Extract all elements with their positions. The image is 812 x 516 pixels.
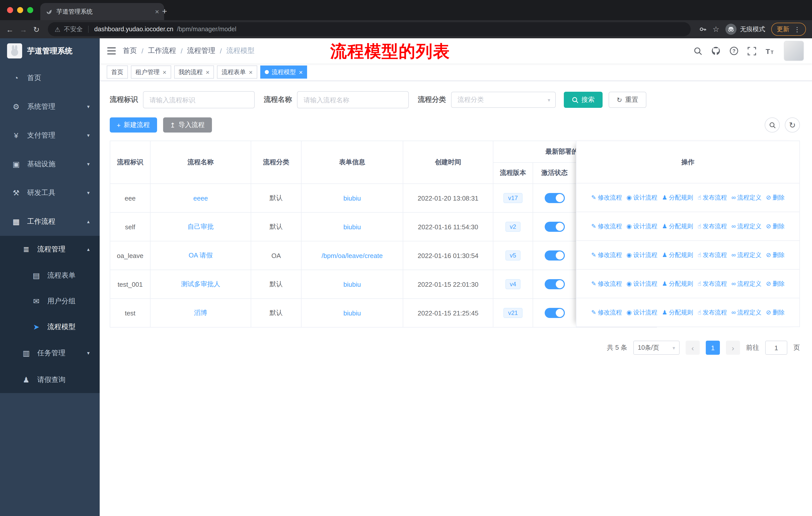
status-toggle[interactable] xyxy=(545,222,564,232)
assign-rule-link[interactable]: ♟分配规则 xyxy=(662,279,693,288)
category-select[interactable]: 流程分类 ▾ xyxy=(451,92,556,108)
delete-link[interactable]: ⊘删除 xyxy=(766,222,785,230)
tag-my-process[interactable]: 我的流程 × xyxy=(174,65,214,79)
modify-process-link[interactable]: ✎修改流程 xyxy=(591,251,622,259)
tag-process-form[interactable]: 流程表单 × xyxy=(217,65,257,79)
process-definition-link[interactable]: ∞流程定义 xyxy=(731,279,761,288)
process-definition-link[interactable]: ∞流程定义 xyxy=(731,251,761,259)
delete-link[interactable]: ⊘删除 xyxy=(766,251,785,259)
status-toggle[interactable] xyxy=(545,193,564,203)
status-toggle[interactable] xyxy=(545,308,564,318)
close-icon[interactable]: × xyxy=(249,69,253,75)
tag-tenant[interactable]: 租户管理 × xyxy=(131,65,171,79)
sidebar-item-infrastructure[interactable]: ▣ 基础设施 ▾ xyxy=(0,150,100,179)
sidebar-item-process-management[interactable]: ≣ 流程管理 ▴ xyxy=(0,236,100,263)
close-icon[interactable]: × xyxy=(299,69,303,75)
tag-home[interactable]: 首页 xyxy=(107,65,128,79)
process-name-link[interactable]: eeee xyxy=(193,194,208,202)
sidebar-item-home[interactable]: ◔ 首页 xyxy=(0,63,100,92)
publish-process-link[interactable]: ☝发布流程 xyxy=(697,279,727,288)
design-process-link[interactable]: ◉设计流程 xyxy=(627,251,658,259)
assign-rule-link[interactable]: ♟分配规则 xyxy=(662,251,693,259)
breadcrumb-item[interactable]: 工作流程 xyxy=(148,46,176,55)
form-info-link[interactable]: /bpm/oa/leave/create xyxy=(322,252,383,259)
github-icon[interactable] xyxy=(711,46,720,55)
assign-rule-link[interactable]: ♟分配规则 xyxy=(662,193,693,202)
version-badge[interactable]: v4 xyxy=(505,279,521,289)
design-process-link[interactable]: ◉设计流程 xyxy=(627,308,658,317)
process-name-input[interactable] xyxy=(297,91,409,108)
help-icon[interactable]: ? xyxy=(729,46,738,55)
process-name-link[interactable]: 滔博 xyxy=(194,309,207,317)
publish-process-link[interactable]: ☝发布流程 xyxy=(697,308,727,317)
version-badge[interactable]: v17 xyxy=(504,193,523,203)
breadcrumb-item[interactable]: 流程管理 xyxy=(187,46,215,55)
form-info-link[interactable]: biubiu xyxy=(343,194,361,202)
bookmark-star-icon[interactable]: ☆ xyxy=(713,25,719,34)
sidebar-item-task-management[interactable]: ▥ 任务管理 ▾ xyxy=(0,340,100,366)
sidebar-logo[interactable]: 芋道管理系统 xyxy=(0,38,100,63)
modify-process-link[interactable]: ✎修改流程 xyxy=(591,279,622,288)
sidebar-item-dev-tools[interactable]: ⚒ 研发工具 ▾ xyxy=(0,179,100,207)
reload-icon[interactable]: ↻ xyxy=(33,25,39,33)
publish-process-link[interactable]: ☝发布流程 xyxy=(697,222,727,230)
window-minimize-button[interactable] xyxy=(17,7,23,13)
back-icon[interactable]: ← xyxy=(6,25,13,33)
process-key-input[interactable] xyxy=(143,91,255,108)
sidebar-item-user-group[interactable]: ✉ 用户分组 xyxy=(0,288,100,314)
publish-process-link[interactable]: ☝发布流程 xyxy=(697,251,727,259)
delete-link[interactable]: ⊘删除 xyxy=(766,279,785,288)
import-process-button[interactable]: ↥ 导入流程 xyxy=(163,117,212,133)
window-zoom-button[interactable] xyxy=(27,7,33,13)
version-badge[interactable]: v21 xyxy=(504,308,523,318)
process-name-link[interactable]: OA 请假 xyxy=(188,251,212,259)
table-refresh-button[interactable]: ↻ xyxy=(785,117,800,133)
reset-button[interactable]: ↻ 重置 xyxy=(609,92,646,108)
version-badge[interactable]: v5 xyxy=(505,250,521,261)
new-tab-button[interactable]: + xyxy=(162,6,167,17)
close-icon[interactable]: × xyxy=(163,69,166,75)
delete-link[interactable]: ⊘删除 xyxy=(766,193,785,202)
form-info-link[interactable]: biubiu xyxy=(343,223,361,230)
browser-update-button[interactable]: 更新 ⋮ xyxy=(771,23,806,36)
assign-rule-link[interactable]: ♟分配规则 xyxy=(662,222,693,230)
status-toggle[interactable] xyxy=(545,250,564,261)
browser-tab[interactable]: 芋道管理系统 × xyxy=(40,3,164,20)
assign-rule-link[interactable]: ♟分配规则 xyxy=(662,308,693,317)
sidebar-item-payment[interactable]: ¥ 支付管理 ▾ xyxy=(0,121,100,150)
sidebar-item-process-model[interactable]: ➤ 流程模型 xyxy=(0,314,100,340)
tag-process-model[interactable]: 流程模型 × xyxy=(260,65,307,79)
create-process-button[interactable]: + 新建流程 xyxy=(110,117,157,133)
url-bar[interactable]: ⚠ 不安全 dashboard.yudao.iocoder.cn /bpm/ma… xyxy=(48,22,690,36)
sidebar-item-leave-query[interactable]: ♟ 请假查询 xyxy=(0,366,100,393)
process-name-link[interactable]: 自己审批 xyxy=(187,223,214,230)
form-info-link[interactable]: biubiu xyxy=(343,280,361,288)
status-toggle[interactable] xyxy=(545,279,564,289)
sidebar-item-process-form[interactable]: ▤ 流程表单 xyxy=(0,263,100,288)
page-size-select[interactable]: 10条/页 ▾ xyxy=(633,341,679,355)
form-info-link[interactable]: biubiu xyxy=(343,309,361,317)
hamburger-icon[interactable] xyxy=(100,47,123,54)
close-icon[interactable]: × xyxy=(206,69,209,75)
goto-page-input[interactable] xyxy=(765,341,787,355)
browser-menu-icon[interactable]: ⋮ xyxy=(794,25,801,33)
process-definition-link[interactable]: ∞流程定义 xyxy=(731,193,761,202)
prev-page-button[interactable]: ‹ xyxy=(686,341,700,355)
window-close-button[interactable] xyxy=(7,7,13,13)
modify-process-link[interactable]: ✎修改流程 xyxy=(591,222,622,230)
modify-process-link[interactable]: ✎修改流程 xyxy=(591,193,622,202)
design-process-link[interactable]: ◉设计流程 xyxy=(627,279,658,288)
search-icon[interactable] xyxy=(694,47,702,55)
breadcrumb-item[interactable]: 首页 xyxy=(123,46,137,55)
forward-icon[interactable]: → xyxy=(20,25,27,33)
sidebar-item-system[interactable]: ⚙ 系统管理 ▾ xyxy=(0,92,100,121)
design-process-link[interactable]: ◉设计流程 xyxy=(627,222,658,230)
design-process-link[interactable]: ◉设计流程 xyxy=(627,193,658,202)
process-definition-link[interactable]: ∞流程定义 xyxy=(731,222,761,230)
user-avatar[interactable] xyxy=(784,41,804,61)
search-button[interactable]: 搜索 xyxy=(564,92,603,108)
tab-close-icon[interactable]: × xyxy=(155,7,159,16)
fullscreen-icon[interactable] xyxy=(748,47,756,55)
password-key-icon[interactable] xyxy=(698,25,706,33)
process-definition-link[interactable]: ∞流程定义 xyxy=(731,308,761,317)
